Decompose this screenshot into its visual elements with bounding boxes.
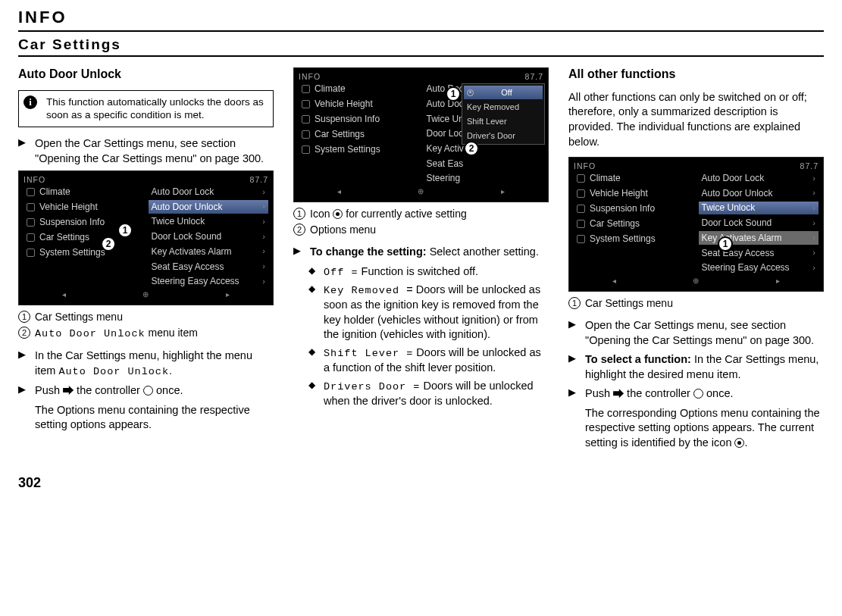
legend-text: Icon for currently active setting [310, 207, 549, 221]
console-top-left: INFO [23, 174, 45, 185]
info-box: i This function automatically unlocks th… [18, 90, 274, 127]
section-header: Car Settings [18, 35, 824, 58]
step-body: Push the controller once. The correspond… [585, 386, 824, 450]
page-number: 302 [18, 474, 824, 492]
controller-ring-icon [693, 389, 703, 399]
step-marker-icon: ▶ [293, 245, 304, 260]
step-body: Push the controller once. The Options me… [35, 383, 274, 433]
col3-intro: All other functions can only be switched… [568, 90, 824, 149]
col3-subhead: All other functions [568, 66, 824, 83]
col3-step-3: ▶ Push the controller once. The correspo… [568, 386, 824, 450]
arrow-right-icon [63, 386, 74, 395]
bullet-marker-icon: ◆ [308, 264, 318, 280]
col2-bullet-1: ◆ Off = Function is switched off. [308, 264, 549, 280]
col1-legend: 1 Car Settings menu 2 Auto Door Unlock m… [18, 310, 274, 341]
step-marker-icon: ▶ [18, 383, 29, 433]
col2-bullet-4: ◆ Drivers Door = Doors will be unlocked … [308, 379, 549, 409]
info-icon: i [23, 95, 37, 109]
step-marker-icon: ▶ [18, 349, 29, 379]
col2-step-1: ▶ To change the setting: Select another … [293, 245, 549, 260]
circled-1-icon: 1 [18, 311, 30, 323]
callout-badge-2: 2 [101, 236, 116, 252]
legend-text: Options menu [310, 223, 549, 237]
circled-2-icon: 2 [18, 327, 30, 339]
step-body: To change the setting: Select another se… [310, 245, 549, 260]
col2-bullet-2: ◆ Key Removed = Doors will be unlocked a… [308, 283, 549, 342]
step-body: Open the Car Settings menu, see section … [35, 136, 274, 166]
bullet-marker-icon: ◆ [308, 346, 318, 376]
circled-1-icon: 1 [293, 208, 305, 220]
legend-text: Auto Door Unlock menu item [35, 326, 274, 341]
console-top-right: 87.7 [250, 174, 268, 185]
col2-bullet-3: ◆ Shift Lever = Doors will be unlocked a… [308, 346, 549, 376]
legend-text: Car Settings menu [35, 310, 274, 324]
step-marker-icon: ▶ [568, 386, 579, 450]
info-text: This function automatically unlocks the … [46, 96, 264, 121]
col1-subhead: Auto Door Unlock [18, 66, 274, 83]
column-2: INFO 87.7 ClimateVehicle HeightSuspensio… [293, 63, 549, 455]
column-1: Auto Door Unlock i This function automat… [18, 63, 274, 455]
console-screenshot-1: INFO 87.7 ClimateVehicle HeightSuspensio… [18, 170, 274, 305]
step-marker-icon: ▶ [18, 136, 29, 166]
col1-step-1: ▶ Open the Car Settings menu, see sectio… [18, 136, 274, 166]
col3-step-2: ▶ To select a function: In the Car Setti… [568, 352, 824, 382]
page-header: INFO [18, 6, 824, 32]
col3-legend: 1 Car Settings menu [568, 296, 824, 311]
step-marker-icon: ▶ [568, 318, 579, 348]
console-top-right: 87.7 [525, 71, 543, 82]
console-screenshot-3: INFO 87.7 ClimateVehicle HeightSuspensio… [568, 157, 824, 292]
legend-text: Car Settings menu [585, 296, 824, 311]
step-marker-icon: ▶ [568, 352, 579, 382]
controller-ring-icon [143, 386, 153, 396]
column-3: All other functions All other functions … [568, 63, 824, 455]
columns: Auto Door Unlock i This function automat… [18, 63, 824, 455]
step-follow: The corresponding Options menu containin… [585, 406, 824, 451]
col3-step-1: ▶ Open the Car Settings menu, see sectio… [568, 318, 824, 348]
console-top-left: INFO [574, 161, 596, 171]
console-top-right: 87.7 [800, 161, 819, 171]
col1-step-3: ▶ Push the controller once. The Options … [18, 383, 274, 433]
col1-step-2: ▶ In the Car Settings menu, highlight th… [18, 349, 274, 379]
active-setting-dot-icon [734, 438, 744, 448]
step-body: Open the Car Settings menu, see section … [585, 318, 824, 348]
bullet-marker-icon: ◆ [308, 283, 318, 342]
active-setting-dot-icon [333, 209, 343, 219]
circled-1-icon: 1 [568, 297, 581, 309]
circled-2-icon: 2 [293, 224, 305, 236]
bullet-marker-icon: ◆ [308, 379, 318, 409]
step-body: To select a function: In the Car Setting… [585, 352, 824, 382]
console-screenshot-2: INFO 87.7 ClimateVehicle HeightSuspensio… [293, 67, 549, 202]
step-follow: The Options menu containing the respecti… [35, 403, 274, 433]
arrow-right-icon [613, 389, 624, 398]
callout-badge-1: 1 [117, 223, 133, 238]
step-body: In the Car Settings menu, highlight the … [35, 349, 274, 379]
col2-legend: 1 Icon for currently active setting 2 Op… [293, 207, 549, 237]
console-top-left: INFO [299, 71, 321, 82]
